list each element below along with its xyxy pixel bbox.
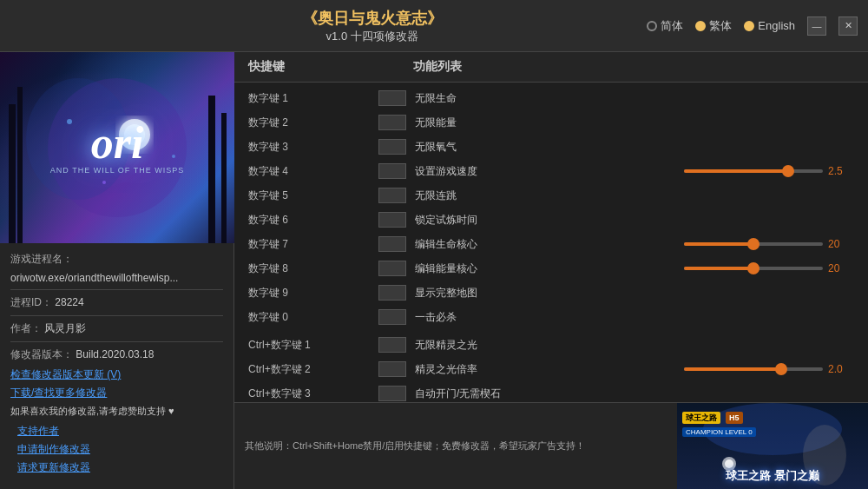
feature-name-ctrl-1: 精灵之光倍率 <box>415 362 681 377</box>
shortcut-4: 数字键 5 <box>248 188 378 203</box>
game-title: 《奥日与鬼火意志》 <box>97 8 647 29</box>
lang-english[interactable]: English <box>744 19 795 32</box>
shortcut-ctrl-1: Ctrl+数字键 2 <box>248 362 378 377</box>
slider-3[interactable]: 2.5 <box>684 165 854 177</box>
header-controls: 简体 繁体 English — ✕ <box>647 17 858 36</box>
shortcut-9: 数字键 0 <box>248 310 378 325</box>
svg-rect-6 <box>221 113 227 243</box>
request-trainer-link[interactable]: 申请制作修改器 <box>17 442 223 457</box>
ad-level-text: CHAMPION LEVEL 0 <box>682 427 756 437</box>
bottom-ad[interactable]: 球王之路 H5 CHAMPION LEVEL 0 球王之路 景门之巅 <box>677 403 868 489</box>
toggle-5[interactable] <box>378 212 406 228</box>
lang-simplified[interactable]: 简体 <box>647 18 683 34</box>
divider-1 <box>10 289 223 290</box>
toggle-ctrl-1[interactable] <box>378 361 406 377</box>
divider-2 <box>10 315 223 316</box>
toggle-0[interactable] <box>378 90 406 106</box>
process-id-label: 进程ID： <box>10 296 52 308</box>
feature-name-0: 无限生命 <box>415 91 854 106</box>
lang-traditional[interactable]: 繁体 <box>695 18 732 34</box>
slider-thumb-ctrl-1[interactable] <box>775 363 787 375</box>
toggle-7[interactable] <box>378 261 406 276</box>
table-header: 快捷键 功能列表 <box>234 52 868 83</box>
toggle-4[interactable] <box>378 188 406 203</box>
toggle-3[interactable] <box>378 163 406 179</box>
svg-point-16 <box>725 459 733 468</box>
support-author-link[interactable]: 支持作者 <box>17 424 223 439</box>
feature-row-5: 数字键 6 锁定试炼时间 <box>234 208 868 232</box>
slider-thumb-6[interactable] <box>747 238 760 250</box>
slider-7[interactable]: 20 <box>684 262 854 274</box>
slider-thumb-7[interactable] <box>747 262 760 274</box>
ori-logo-text: ori <box>50 121 184 166</box>
content: ori and the WILL of the WISPS 游戏进程名： ori… <box>0 52 868 489</box>
slider-track-ctrl-1[interactable] <box>684 367 823 371</box>
lang-simplified-label: 简体 <box>661 18 683 34</box>
minimize-button[interactable]: — <box>807 17 826 36</box>
slider-value-7: 20 <box>828 262 854 274</box>
shortcut-2: 数字键 3 <box>248 140 378 155</box>
feature-name-5: 锁定试炼时间 <box>415 213 854 228</box>
game-image: ori and the WILL of the WISPS <box>0 52 234 243</box>
feature-row-ctrl-1: Ctrl+数字键 2 精灵之光倍率 2.0 <box>234 357 868 381</box>
svg-rect-4 <box>17 87 23 243</box>
slider-track-6[interactable] <box>684 242 823 246</box>
col-spacer <box>378 59 413 75</box>
slider-thumb-3[interactable] <box>782 165 794 177</box>
right-panel: 快捷键 功能列表 数字键 1 无限生命 数字键 2 无限能量 数字键 <box>234 52 868 489</box>
slider-6[interactable]: 20 <box>684 238 854 250</box>
toggle-ctrl-2[interactable] <box>378 386 406 401</box>
divider-3 <box>10 341 223 342</box>
slider-track-7[interactable] <box>684 267 823 270</box>
feature-name-ctrl-0: 无限精灵之光 <box>415 338 854 353</box>
radio-simplified <box>647 21 657 31</box>
feature-name-7: 编辑能量核心 <box>415 261 681 276</box>
toggle-6[interactable] <box>378 236 406 252</box>
bottom-notice: 其他说明：Ctrl+Shift+Home禁用/启用快捷键；免费修改器，希望玩家广… <box>234 403 677 489</box>
support-text: 如果喜欢我的修改器,请考虑赞助支持 ♥ <box>10 404 223 419</box>
feature-row-6: 数字键 7 编辑生命核心 20 <box>234 232 868 256</box>
process-label: 游戏进程名： <box>10 253 73 265</box>
ad-title-text: 球王之路 景门之巅 <box>726 468 819 489</box>
toggle-8[interactable] <box>378 285 406 301</box>
slider-fill-3 <box>684 169 788 173</box>
col-function-header: 功能列表 <box>413 59 854 75</box>
toggle-2[interactable] <box>378 139 406 155</box>
toggle-ctrl-0[interactable] <box>378 337 406 353</box>
shortcut-8: 数字键 9 <box>248 286 378 301</box>
check-update-link[interactable]: 检查修改器版本更新 (V) <box>10 367 223 382</box>
shortcut-6: 数字键 7 <box>248 237 378 252</box>
feature-name-3: 设置游戏速度 <box>415 164 681 179</box>
main-window: 《奥日与鬼火意志》 v1.0 十四项修改器 简体 繁体 English — ✕ <box>0 0 868 489</box>
header-title: 《奥日与鬼火意志》 v1.0 十四项修改器 <box>97 8 647 44</box>
support-links: 支持作者 申请制作修改器 请求更新修改器 <box>10 424 223 475</box>
feature-name-6: 编辑生命核心 <box>415 237 681 252</box>
slider-ctrl-1[interactable]: 2.0 <box>684 363 854 375</box>
toggle-1[interactable] <box>378 115 406 130</box>
close-button[interactable]: ✕ <box>838 17 858 36</box>
toggle-9[interactable] <box>378 309 406 325</box>
feature-row-7: 数字键 8 编辑能量核心 20 <box>234 256 868 281</box>
svg-rect-3 <box>9 104 16 243</box>
feature-row-3: 数字键 4 设置游戏速度 2.5 <box>234 159 868 183</box>
slider-track-3[interactable] <box>684 169 823 173</box>
game-subtitle: v1.0 十四项修改器 <box>97 29 647 44</box>
shortcut-1: 数字键 2 <box>248 116 378 130</box>
lang-english-label: English <box>758 19 795 32</box>
process-value-row: oriwotw.exe/oriandthewillofthewisp... <box>10 272 223 284</box>
request-update-link[interactable]: 请求更新修改器 <box>17 460 223 475</box>
version-row: 修改器版本： Build.2020.03.18 <box>10 347 223 362</box>
ad-level-badge: CHAMPION LEVEL 0 <box>682 422 756 438</box>
left-panel: ori and the WILL of the WISPS 游戏进程名： ori… <box>0 52 234 489</box>
process-id-row: 进程ID： 28224 <box>10 295 223 310</box>
shortcut-ctrl-2: Ctrl+数字键 3 <box>248 387 378 401</box>
lang-traditional-label: 繁体 <box>709 18 732 34</box>
radio-english <box>744 21 754 31</box>
feature-name-4: 无限连跳 <box>415 188 854 203</box>
feature-row-ctrl-0: Ctrl+数字键 1 无限精灵之光 <box>234 333 868 357</box>
slider-fill-ctrl-1 <box>684 367 781 371</box>
version-value: Build.2020.03.18 <box>76 348 154 360</box>
download-link[interactable]: 下载/查找更多修改器 <box>10 386 223 400</box>
process-row: 游戏进程名： <box>10 252 223 267</box>
game-info: 游戏进程名： oriwotw.exe/oriandthewillofthewis… <box>0 243 233 489</box>
